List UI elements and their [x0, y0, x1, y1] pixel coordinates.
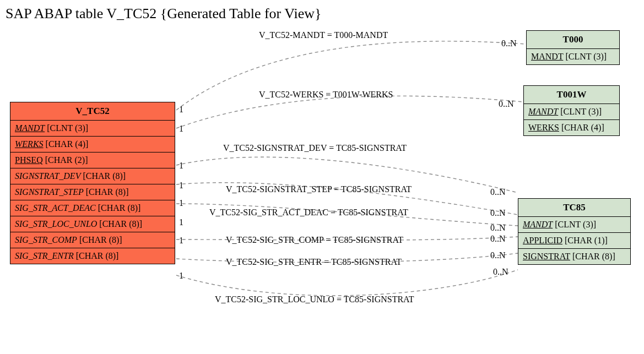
table-field: WERKS [CHAR (4)]: [524, 120, 619, 135]
table-field: MANDT [CLNT (3)]: [518, 217, 630, 233]
table-field: MANDT [CLNT (3)]: [10, 121, 175, 137]
table-vtc52: V_TC52 MANDT [CLNT (3)]WERKS [CHAR (4)]P…: [10, 102, 175, 264]
cardinality-left: 1: [179, 271, 183, 281]
cardinality-left: 1: [179, 124, 183, 134]
relation-label: V_TC52-SIG_STR_ACT_DEAC = TC85-SIGNSTRAT: [209, 208, 408, 217]
relation-label: V_TC52-SIG_STR_ENTR = TC85-SIGNSTRAT: [226, 257, 402, 267]
cardinality-right: 0..N: [490, 250, 506, 260]
cardinality-right: 0..N: [490, 187, 506, 197]
cardinality-right: 0..N: [493, 267, 508, 277]
table-field: SIGNSTRAT [CHAR (8)]: [518, 249, 630, 264]
table-header: T000: [527, 31, 619, 49]
table-field: MANDT [CLNT (3)]: [524, 104, 619, 120]
table-t001w: T001W MANDT [CLNT (3)]WERKS [CHAR (4)]: [523, 85, 620, 136]
table-field: SIG_STR_ENTR [CHAR (8)]: [10, 248, 175, 264]
relation-label: V_TC52-SIGNSTRAT_DEV = TC85-SIGNSTRAT: [223, 143, 407, 153]
cardinality-right: 0..N: [499, 99, 514, 109]
table-field: SIG_STR_ACT_DEAC [CHAR (8)]: [10, 200, 175, 216]
table-field: SIG_STR_COMP [CHAR (8)]: [10, 232, 175, 248]
table-header: V_TC52: [10, 102, 175, 121]
table-field: SIGNSTRAT_STEP [CHAR (8)]: [10, 184, 175, 200]
table-field: PHSEQ [CHAR (2)]: [10, 153, 175, 168]
table-t000: T000 MANDT [CLNT (3)]: [526, 30, 620, 65]
table-tc85: TC85 MANDT [CLNT (3)]APPLICID [CHAR (1)]…: [518, 198, 631, 265]
cardinality-left: 1: [179, 181, 183, 190]
cardinality-left: 1: [179, 105, 183, 115]
table-field: SIGNSTRAT_DEV [CHAR (8)]: [10, 168, 175, 184]
cardinality-left: 1: [179, 217, 183, 227]
cardinality-left: 1: [179, 198, 183, 208]
cardinality-left: 1: [179, 236, 183, 246]
cardinality-right: 0..N: [490, 234, 506, 244]
cardinality-right: 0..N: [501, 39, 517, 48]
relation-label: V_TC52-SIG_STR_COMP = TC85-SIGNSTRAT: [226, 235, 403, 245]
relation-label: V_TC52-SIGNSTRAT_STEP = TC85-SIGNSTRAT: [226, 184, 412, 194]
relation-label: V_TC52-SIG_STR_LOC_UNLO = TC85-SIGNSTRAT: [215, 295, 414, 304]
page-title: SAP ABAP table V_TC52 {Generated Table f…: [6, 6, 322, 22]
table-field: WERKS [CHAR (4)]: [10, 137, 175, 153]
cardinality-right: 0..N: [490, 223, 506, 233]
table-field: APPLICID [CHAR (1)]: [518, 233, 630, 249]
table-header: TC85: [518, 199, 630, 217]
table-field: MANDT [CLNT (3)]: [527, 49, 619, 64]
table-header: T001W: [524, 86, 619, 104]
table-field: SIG_STR_LOC_UNLO [CHAR (8)]: [10, 216, 175, 232]
cardinality-right: 0..N: [490, 208, 506, 218]
relation-label: V_TC52-WERKS = T001W-WERKS: [259, 90, 393, 100]
cardinality-left: 1: [179, 161, 183, 171]
relation-label: V_TC52-MANDT = T000-MANDT: [259, 30, 388, 40]
